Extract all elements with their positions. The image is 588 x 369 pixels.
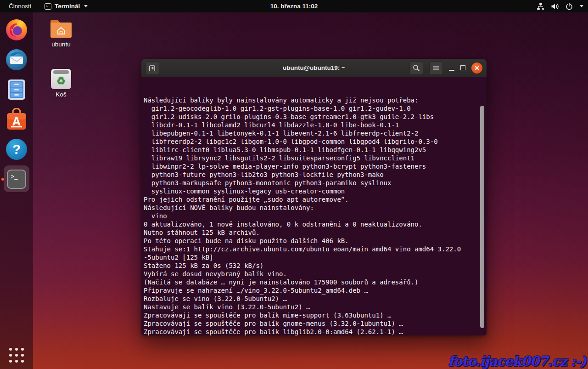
dock-item-firefox[interactable]	[0, 18, 33, 42]
files-icon	[6, 79, 27, 101]
terminal-window: ubuntu@ubuntu19: ~ ✕ Nás	[141, 59, 487, 335]
terminal-line: gir1.2-geocodeglib-1.0 gir1.2-gst-plugin…	[144, 104, 484, 113]
terminal-line: (Načítá se databáze … nyní je nainstalov…	[144, 278, 484, 286]
ubuntu-software-icon: A	[6, 108, 28, 131]
trash-icon: ♻	[51, 69, 71, 89]
clock[interactable]: 10. března 11:02	[270, 3, 318, 10]
volume-icon	[551, 3, 560, 10]
terminal-line: libcdr-0.1-1 libcolamd2 libcurl4 libdazz…	[144, 121, 484, 129]
desktop-icon-label: Koš	[42, 91, 80, 98]
dock-item-ubuntu-software[interactable]: A	[0, 108, 33, 131]
svg-text:A: A	[12, 114, 21, 128]
terminal-output[interactable]: Následující balíky byly nainstalovány au…	[141, 77, 487, 335]
thunderbird-icon	[5, 48, 28, 71]
terminal-titlebar[interactable]: ubuntu@ubuntu19: ~ ✕	[141, 59, 487, 77]
top-bar: Činnosti >_ Terminál 10. března 11:02	[0, 0, 588, 12]
close-button[interactable]: ✕	[471, 62, 482, 74]
terminal-line: Vybírá se dosud nevybraný balík vino.	[144, 270, 484, 278]
terminal-line: python3-future python3-lib2to3 python3-l…	[144, 170, 484, 179]
chevron-down-icon	[84, 5, 88, 7]
terminal-line: -5ubuntu2 [125 kB]	[144, 253, 484, 261]
terminal-line: Pro jejich odstranění použijte „sudo apt…	[144, 195, 484, 204]
dock-item-help[interactable]: ?	[0, 137, 33, 161]
help-icon: ?	[5, 138, 28, 161]
terminal-line: vino	[144, 212, 484, 220]
terminal-line: Následující NOVÉ balíky budou nainstalov…	[144, 204, 484, 212]
photo-watermark: foto.ijacek007.cz :-)	[448, 353, 586, 369]
system-tray[interactable]	[537, 0, 583, 12]
desktop-icon-label: ubuntu	[42, 41, 80, 48]
chevron-down-icon	[580, 5, 583, 7]
terminal-line: gir1.2-udisks-2.0 grilo-plugins-0.3-base…	[144, 113, 484, 121]
show-applications-button[interactable]	[9, 348, 24, 363]
terminal-line: liblirc-client0 liblua5.3-0 libmspub-0.1…	[144, 146, 484, 154]
dock: A ? >_	[0, 12, 33, 369]
dock-item-files[interactable]	[0, 78, 33, 102]
terminal-line: Rozbaluje se vino (3.22.0-5ubuntu2) …	[144, 295, 484, 303]
active-app-highlight	[4, 165, 29, 192]
terminal-line: Zpracovávají se spouštěče pro balík libg…	[144, 328, 484, 335]
terminal-line: Následující balíky byly nainstalovány au…	[144, 96, 484, 104]
scrollbar-thumb[interactable]	[480, 106, 484, 328]
terminal-line: Po této operaci bude na disku použito da…	[144, 237, 484, 245]
terminal-line: Připravuje se nahrazení …/vino_3.22.0-5u…	[144, 286, 484, 295]
desktop: Činnosti >_ Terminál 10. března 11:02	[0, 0, 588, 369]
running-indicator-dot	[1, 178, 4, 181]
activities-button[interactable]: Činnosti	[0, 0, 40, 12]
terminal-line: libepubgen-0.1-1 libetonyek-0.1-1 libeve…	[144, 129, 484, 137]
focused-app-menu[interactable]: >_ Terminál	[45, 0, 88, 12]
focused-app-label: Terminál	[55, 3, 80, 10]
power-icon	[566, 3, 573, 10]
desktop-icon-trash[interactable]: ♻ Koš	[42, 69, 80, 98]
terminal-lines: Následující balíky byly nainstalovány au…	[144, 96, 484, 335]
dock-item-thunderbird[interactable]	[0, 48, 33, 72]
window-title: ubuntu@ubuntu19: ~	[283, 64, 345, 71]
minimize-button[interactable]	[449, 65, 454, 71]
terminal-line: python3-markupsafe python3-monotonic pyt…	[144, 179, 484, 187]
terminal-line: libwinpr2-2 lp-solve media-player-info p…	[144, 162, 484, 170]
hamburger-icon	[433, 65, 439, 71]
new-tab-icon	[148, 64, 157, 72]
terminal-line: libraw19 librsync2 libsgutils2-2 libsuit…	[144, 154, 484, 162]
terminal-line: Staženo 125 kB za 0s (532 kB/s)	[144, 261, 484, 270]
firefox-icon	[5, 18, 28, 41]
new-tab-button[interactable]	[146, 61, 159, 75]
terminal-line: syslinux-common syslinux-legacy usb-crea…	[144, 187, 484, 195]
dock-item-terminal[interactable]: >_	[0, 167, 33, 191]
terminal-line: libfreerdp2-2 libgc1c2 libgom-1.0-0 libg…	[144, 137, 484, 146]
terminal-line: Nastavuje se balík vino (3.22.0-5ubuntu2…	[144, 303, 484, 311]
terminal-line: Nutno stáhnout 125 kB archivů.	[144, 228, 484, 237]
menu-button[interactable]	[429, 61, 443, 75]
folder-icon	[49, 18, 73, 39]
svg-text:?: ?	[12, 142, 21, 157]
search-icon	[413, 64, 420, 72]
network-offline-icon	[537, 3, 545, 10]
maximize-button[interactable]	[460, 65, 465, 70]
terminal-line: Stahuje se:1 http://cz.archive.ubuntu.co…	[144, 245, 484, 253]
terminal-app-icon: >_	[45, 3, 51, 10]
terminal-line: Zpracovávají se spouštěče pro balík mime…	[144, 311, 484, 319]
terminal-line: Zpracovávají se spouštěče pro balík gnom…	[144, 319, 484, 328]
desktop-icon-ubuntu-folder[interactable]: ubuntu	[42, 18, 80, 48]
search-button[interactable]	[409, 61, 423, 75]
terminal-line: 0 aktualizováno, 1 nově instalováno, 0 k…	[144, 220, 484, 228]
